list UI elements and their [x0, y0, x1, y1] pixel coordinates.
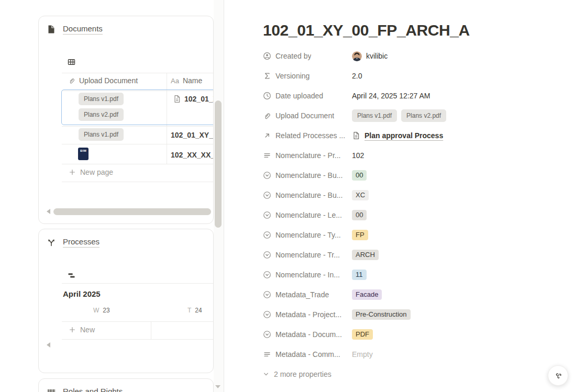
timeline-column-divider: [151, 321, 151, 339]
table-view-icon[interactable]: [67, 58, 76, 66]
property-value[interactable]: 102: [352, 145, 364, 165]
property-value[interactable]: Plan approval Process: [352, 126, 443, 145]
ai-assistant-button[interactable]: [548, 365, 568, 386]
documents-card: Documents Upload Document Aa Name Plans: [38, 16, 214, 224]
property-value[interactable]: Pre-Construction: [352, 305, 411, 324]
user-avatar: [352, 51, 362, 61]
select-icon: [263, 231, 271, 239]
scroll-left-arrow[interactable]: [47, 209, 50, 214]
new-process-button[interactable]: New: [69, 326, 95, 334]
property-label[interactable]: Created by: [263, 52, 352, 60]
property-row-nomenclature-ty: Nomenclature - Ty... FP: [263, 225, 574, 245]
tag-badge[interactable]: Pre-Construction: [352, 309, 411, 320]
property-label[interactable]: Related Processes ...: [263, 131, 352, 140]
property-label[interactable]: Versioning: [263, 72, 352, 80]
property-row-metadata-trade: Metadata_Trade Facade: [263, 285, 574, 305]
divider: [62, 283, 213, 284]
tag-badge[interactable]: 11: [352, 270, 367, 280]
clock-icon: [263, 92, 271, 100]
property-value[interactable]: April 24, 2025 12:27 AM: [352, 86, 430, 106]
tag-badge[interactable]: ARCH: [352, 250, 379, 260]
tag-badge[interactable]: XC: [352, 190, 369, 200]
select-icon: [263, 330, 271, 339]
property-label[interactable]: Nomenclature - Le...: [263, 211, 352, 219]
paperclip-icon: [68, 77, 75, 84]
property-value[interactable]: 2.0: [352, 66, 362, 86]
tag-badge[interactable]: 00: [352, 210, 367, 220]
property-label[interactable]: Nomenclature - Tr...: [263, 251, 352, 259]
column-header-upload-document[interactable]: Upload Document: [68, 76, 138, 85]
property-label[interactable]: Metadata - Comm...: [263, 350, 352, 359]
property-label[interactable]: Nomenclature - Pr...: [263, 151, 352, 160]
plus-icon: [69, 169, 76, 176]
timeline-day: W23: [93, 307, 110, 314]
table-row-name[interactable]: 102_01_XY: [173, 95, 213, 103]
new-page-button[interactable]: New page: [69, 168, 113, 176]
tag-badge[interactable]: FP: [352, 230, 368, 240]
property-value[interactable]: ARCH: [352, 245, 379, 265]
timeline-view-icon[interactable]: [67, 271, 76, 280]
property-label[interactable]: Metadata - Project...: [263, 310, 352, 319]
file-chip[interactable]: Plans v2.pdf: [401, 109, 446, 122]
scroll-down-arrow[interactable]: [215, 385, 220, 388]
property-label[interactable]: Metadata_Trade: [263, 290, 352, 299]
processes-card: Processes April 2025 W23 T24 New: [38, 229, 214, 373]
file-chip[interactable]: Plans v1.pdf: [352, 109, 397, 122]
file-chip[interactable]: Plans v1.pdf: [79, 128, 124, 141]
property-value[interactable]: Empty: [352, 344, 373, 364]
property-label[interactable]: Date uploaded: [263, 92, 352, 100]
roles-card-title[interactable]: Roles and Rights: [63, 387, 123, 392]
property-value[interactable]: kvilibic: [352, 46, 388, 66]
related-page-link[interactable]: Plan approval Process: [365, 131, 443, 140]
page-main: 102_01_XY_00_FP_ARCH_A Created by kvilib…: [224, 0, 574, 392]
tag-badge[interactable]: PDF: [352, 329, 373, 340]
ai-face-icon: [553, 370, 564, 382]
app-window: Documents Upload Document Aa Name Plans: [0, 0, 574, 392]
processes-card-title[interactable]: Processes: [63, 237, 100, 248]
property-label[interactable]: Nomenclature - Bu...: [263, 171, 352, 180]
select-icon: [263, 271, 271, 279]
table-border: [62, 73, 213, 73]
table-row-name[interactable]: 102_XX_XX_X: [171, 151, 213, 159]
tag-badge[interactable]: 00: [352, 170, 367, 181]
more-properties-toggle[interactable]: 2 more properties: [263, 364, 574, 384]
property-row-date-uploaded: Date uploaded April 24, 2025 12:27 AM: [263, 86, 574, 106]
property-value[interactable]: Plans v1.pdf Plans v2.pdf: [352, 106, 446, 126]
relation-arrow-icon: [263, 131, 271, 140]
property-value[interactable]: XC: [352, 185, 369, 205]
horizontal-scrollbar[interactable]: [53, 208, 211, 215]
property-label[interactable]: Upload Document: [263, 111, 352, 120]
property-value[interactable]: 00: [352, 205, 367, 225]
property-label[interactable]: Nomenclature - In...: [263, 271, 352, 279]
column-header-name[interactable]: Aa Name: [171, 76, 202, 85]
property-label[interactable]: Nomenclature - Ty...: [263, 231, 352, 239]
file-chip[interactable]: Plans v1.pdf: [79, 93, 124, 105]
documents-card-title[interactable]: Documents: [63, 24, 103, 35]
table-border: [62, 144, 213, 144]
property-label[interactable]: Metadata - Docum...: [263, 330, 352, 339]
property-row-versioning: Versioning 2.0: [263, 66, 574, 86]
scroll-left-arrow[interactable]: [47, 342, 50, 348]
property-row-nomenclature-bu-1: Nomenclature - Bu... 00: [263, 165, 574, 185]
property-value[interactable]: Facade: [352, 285, 382, 305]
bim-thumbnail-image[interactable]: BIM: [78, 148, 89, 160]
text-lines-icon: [263, 151, 271, 160]
file-chip[interactable]: Plans v2.pdf: [79, 108, 124, 121]
property-row-nomenclature-bu-2: Nomenclature - Bu... XC: [263, 185, 574, 205]
select-icon: [263, 310, 271, 319]
process-fork-icon: [47, 238, 56, 247]
page-icon: [173, 95, 181, 103]
property-row-nomenclature-pr: Nomenclature - Pr... 102: [263, 145, 574, 165]
property-value[interactable]: 11: [352, 265, 367, 285]
page-title[interactable]: 102_01_XY_00_FP_ARCH_A: [263, 21, 574, 40]
property-value[interactable]: FP: [352, 225, 368, 245]
table-row-name[interactable]: 102_01_XY_00: [171, 131, 213, 139]
vertical-scrollbar[interactable]: [215, 100, 222, 228]
tag-badge[interactable]: Facade: [352, 289, 382, 300]
property-value[interactable]: PDF: [352, 324, 373, 344]
property-row-related-processes: Related Processes ... Plan approval Proc…: [263, 126, 574, 145]
property-row-metadata-document: Metadata - Docum... PDF: [263, 324, 574, 344]
property-label[interactable]: Nomenclature - Bu...: [263, 191, 352, 199]
property-row-metadata-project: Metadata - Project... Pre-Construction: [263, 305, 574, 324]
property-value[interactable]: 00: [352, 165, 367, 185]
